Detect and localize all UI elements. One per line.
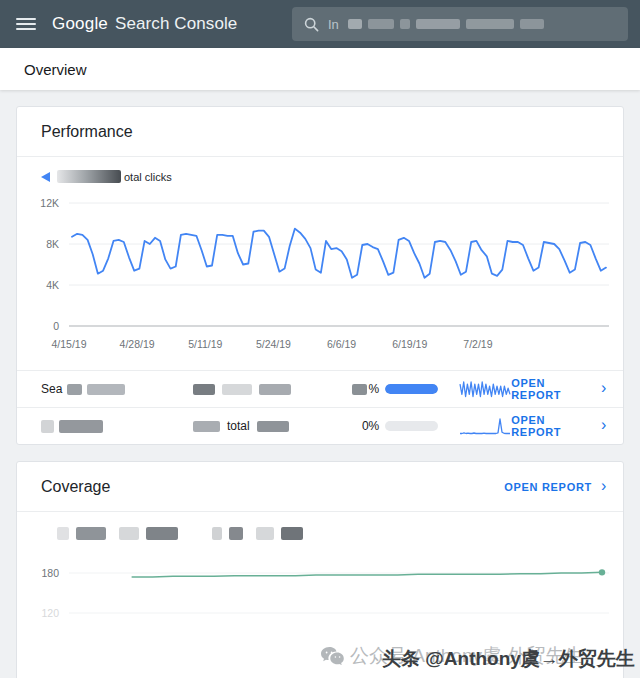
x-tick-label: 4/28/19 — [120, 338, 155, 350]
app-logo: Google Search Console — [52, 14, 237, 34]
row-label — [41, 420, 193, 433]
row-middle: total — [193, 419, 331, 433]
search-input-text: In — [328, 17, 339, 32]
legend-marker-icon — [41, 172, 50, 182]
row-label: Sea — [41, 382, 193, 396]
y-tick-label: 12K — [40, 197, 59, 209]
url-inspection-search[interactable]: In — [292, 7, 628, 41]
performance-card: Performance otal clicks 12K8K4K0 4/15/19… — [16, 106, 624, 445]
redacted-text — [67, 384, 82, 395]
progress-fill — [385, 384, 438, 394]
row-middle-text: total — [227, 419, 250, 433]
y-tick-label: 4K — [46, 279, 59, 291]
percent-text: % — [369, 382, 380, 396]
brand-product: Search Console — [115, 14, 237, 34]
row-middle — [193, 384, 331, 395]
performance-row-search: Sea % OPEN REPORT › — [17, 370, 623, 407]
search-icon — [304, 17, 319, 32]
redacted-text — [222, 384, 252, 395]
coverage-chart: 180120 — [33, 549, 607, 678]
redacted-text — [193, 421, 220, 432]
redacted-text — [87, 384, 125, 395]
open-report-link[interactable]: OPEN REPORT › — [511, 414, 607, 438]
open-report-label: OPEN REPORT — [504, 481, 592, 493]
chevron-right-icon: › — [601, 420, 607, 430]
app-header: Google Search Console In — [0, 0, 640, 48]
redacted-text — [348, 19, 544, 29]
legend-label: otal clicks — [124, 171, 172, 183]
progress-bar — [385, 384, 438, 394]
sparkline-discover — [459, 416, 511, 436]
coverage-title: Coverage — [41, 478, 110, 496]
open-report-link[interactable]: OPEN REPORT › — [504, 481, 607, 493]
y-tick-label: 180 — [41, 567, 59, 579]
row-label-text: Sea — [41, 382, 62, 396]
x-tick-label: 7/2/19 — [463, 338, 492, 350]
y-axis-labels: 12K8K4K0 — [33, 198, 65, 330]
redacted-text — [212, 527, 303, 540]
page-title: Overview — [24, 61, 87, 78]
y-tick-label: 8K — [46, 238, 59, 250]
main-content: Performance otal clicks 12K8K4K0 4/15/19… — [0, 90, 640, 678]
redacted-text — [352, 384, 367, 395]
row-percent: % — [331, 382, 379, 396]
redacted-text — [193, 384, 215, 395]
y-axis-labels: 180120 — [33, 555, 65, 678]
performance-plot[interactable] — [69, 198, 609, 330]
progress-bar — [385, 421, 438, 431]
y-tick-label: 120 — [41, 607, 59, 619]
percent-text: 0% — [362, 419, 379, 433]
menu-icon[interactable] — [16, 18, 36, 30]
coverage-card-header: Coverage OPEN REPORT › — [17, 462, 623, 512]
performance-title: Performance — [41, 123, 133, 141]
y-tick-label: 0 — [53, 320, 59, 332]
x-tick-label: 4/15/19 — [51, 338, 86, 350]
open-report-label: OPEN REPORT — [511, 377, 592, 401]
x-tick-label: 6/6/19 — [327, 338, 356, 350]
redacted-text — [57, 170, 121, 183]
open-report-label: OPEN REPORT — [511, 414, 592, 438]
redacted-text — [41, 420, 54, 433]
redacted-text — [257, 421, 289, 432]
performance-chart: 12K8K4K0 4/15/194/28/195/11/195/24/196/6… — [33, 192, 607, 364]
sparkline-search — [459, 379, 511, 399]
row-percent: 0% — [331, 419, 379, 433]
chevron-right-icon: › — [601, 383, 607, 393]
redacted-text — [57, 527, 178, 540]
coverage-card: Coverage OPEN REPORT › 180120 — [16, 461, 624, 678]
open-report-link[interactable]: OPEN REPORT › — [511, 377, 607, 401]
performance-card-header: Performance — [17, 107, 623, 157]
x-tick-label: 5/11/19 — [188, 338, 222, 350]
performance-row-discover: total 0% OPEN REPORT › — [17, 407, 623, 444]
chevron-right-icon: › — [601, 481, 607, 491]
x-tick-label: 5/24/19 — [256, 338, 291, 350]
redacted-text — [259, 384, 291, 395]
performance-legend: otal clicks — [17, 157, 623, 192]
breadcrumb: Overview — [0, 48, 640, 90]
brand-google: Google — [52, 14, 108, 34]
coverage-plot[interactable] — [69, 555, 609, 678]
coverage-legend — [17, 512, 623, 543]
x-tick-label: 6/19/19 — [392, 338, 427, 350]
x-axis-labels: 4/15/194/28/195/11/195/24/196/6/196/19/1… — [69, 338, 609, 354]
redacted-text — [59, 420, 103, 433]
